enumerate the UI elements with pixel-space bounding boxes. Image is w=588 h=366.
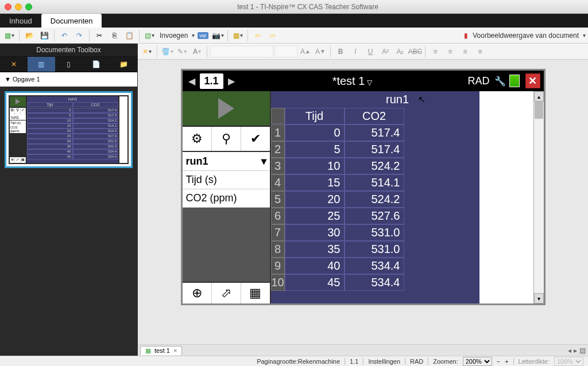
sidebar-tab-4[interactable]: 📄 bbox=[82, 57, 110, 72]
table-row[interactable]: 3 10 524.2 bbox=[271, 158, 479, 174]
table-row[interactable]: 8 35 531.0 bbox=[271, 241, 479, 258]
page-number-box[interactable]: 1.1 bbox=[200, 73, 223, 89]
cell-tijd[interactable]: 40 bbox=[285, 258, 345, 274]
cell-co2[interactable]: 524.2 bbox=[345, 158, 404, 174]
back-button[interactable]: ⇦ bbox=[251, 29, 265, 42]
minimize-window-button[interactable] bbox=[15, 3, 22, 10]
scroll-down-button[interactable]: ▾ bbox=[534, 293, 544, 303]
screenshot-button[interactable]: 📷▾ bbox=[211, 29, 225, 42]
tab-inhoud[interactable]: Inhoud bbox=[0, 14, 41, 28]
forward-button[interactable]: ⇨ bbox=[266, 29, 280, 42]
scroll-thumb[interactable] bbox=[535, 102, 543, 119]
page-layout-button[interactable]: ▤▾ bbox=[142, 29, 156, 42]
sidebar-tab-tools[interactable]: ✕ bbox=[0, 57, 28, 72]
tree-item-opgave[interactable]: ▼ Opgave 1 bbox=[2, 75, 135, 84]
paste-button[interactable]: 📋 bbox=[122, 29, 136, 42]
cell-co2[interactable]: 531.0 bbox=[345, 241, 404, 258]
line-color-button[interactable]: ✎▾ bbox=[175, 45, 189, 58]
save-button[interactable]: 💾 bbox=[37, 29, 51, 42]
table-row[interactable]: 6 25 527.6 bbox=[271, 208, 479, 224]
letter-select[interactable]: 100% bbox=[554, 357, 583, 366]
grid-button[interactable]: ▦▾ bbox=[231, 29, 245, 42]
page-thumbnail[interactable]: run1 TijdCO2 ⚙⚲✓ run1 Tijd (s) CO2 (ppm)… bbox=[5, 91, 133, 168]
font-family-input[interactable] bbox=[210, 46, 273, 57]
scroll-up-button[interactable]: ▴ bbox=[534, 91, 544, 102]
variable-tijd[interactable]: Tijd (s) bbox=[183, 171, 270, 189]
bold-button[interactable]: B bbox=[334, 45, 347, 58]
wrench-icon[interactable]: 🔧 bbox=[494, 76, 506, 87]
cell-co2[interactable]: 517.4 bbox=[345, 141, 404, 158]
cell-co2[interactable]: 514.1 bbox=[345, 174, 404, 191]
cell-tijd[interactable]: 20 bbox=[285, 191, 345, 208]
variable-co2[interactable]: CO2 (ppm) bbox=[183, 189, 270, 208]
cell-co2[interactable]: 524.2 bbox=[345, 191, 404, 208]
zoom-select[interactable]: 200% bbox=[463, 357, 492, 366]
table-row[interactable]: 2 5 517.4 bbox=[271, 141, 479, 158]
align-left-button[interactable]: ≡ bbox=[428, 45, 442, 58]
page-size-label[interactable]: Paginagrootte:Rekenmachine bbox=[257, 358, 340, 365]
table-row[interactable]: 5 20 524.2 bbox=[271, 191, 479, 208]
superscript-button[interactable]: A² bbox=[378, 45, 392, 58]
fill-color-button[interactable]: 🪣▾ bbox=[160, 45, 174, 58]
cut-button[interactable]: ✂ bbox=[92, 29, 106, 42]
cell-co2[interactable]: 527.6 bbox=[345, 208, 404, 224]
cell-tijd[interactable]: 5 bbox=[285, 141, 345, 158]
preview-dropdown[interactable]: Voorbeeldweergave van document bbox=[470, 32, 581, 40]
cell-tijd[interactable]: 15 bbox=[285, 174, 345, 191]
next-page-button[interactable]: ▶ bbox=[226, 75, 237, 87]
location-pin-icon[interactable]: ⚲ bbox=[212, 127, 241, 151]
align-right-button[interactable]: ≡ bbox=[458, 45, 472, 58]
check-icon[interactable]: ✔ bbox=[241, 127, 270, 151]
undo-button[interactable]: ↶ bbox=[57, 29, 71, 42]
table-row[interactable]: 9 40 534.4 bbox=[271, 258, 479, 274]
cell-tijd[interactable]: 10 bbox=[285, 158, 345, 174]
new-doc-button[interactable]: ▦▾ bbox=[2, 29, 16, 42]
table-row[interactable]: 1 0 517.4 bbox=[271, 124, 479, 141]
table-icon[interactable]: ▦ bbox=[241, 283, 270, 303]
table-row[interactable]: 10 45 534.4 bbox=[271, 274, 479, 291]
cell-tijd[interactable]: 35 bbox=[285, 241, 345, 258]
tools-menu-button[interactable]: ✕▾ bbox=[140, 45, 154, 58]
maximize-window-button[interactable] bbox=[25, 3, 32, 10]
strike-button[interactable]: ABC bbox=[408, 45, 422, 58]
play-button[interactable] bbox=[183, 91, 270, 127]
table-row[interactable]: 7 30 531.0 bbox=[271, 224, 479, 241]
copy-button[interactable]: ⎘ bbox=[107, 29, 121, 42]
tab-list-button[interactable]: ▤ bbox=[579, 346, 586, 355]
doc-tab-test1[interactable]: ▦ test 1 × bbox=[140, 346, 182, 355]
cell-co2[interactable]: 534.4 bbox=[345, 274, 404, 291]
cell-tijd[interactable]: 45 bbox=[285, 274, 345, 291]
subscript-button[interactable]: A₂ bbox=[393, 45, 407, 58]
vertical-scrollbar[interactable]: ▴ ▾ bbox=[533, 91, 544, 303]
decrease-font-button[interactable]: A▼ bbox=[314, 45, 327, 58]
calculator-doc-title[interactable]: *test 1▽ bbox=[239, 75, 466, 88]
redo-button[interactable]: ↷ bbox=[72, 29, 86, 42]
close-window-button[interactable] bbox=[5, 3, 11, 10]
cell-tijd[interactable]: 25 bbox=[285, 208, 345, 224]
tab-prev-button[interactable]: ◂ bbox=[568, 346, 571, 355]
open-button[interactable]: 📂 bbox=[22, 29, 36, 42]
align-center-button[interactable]: ≡ bbox=[443, 45, 457, 58]
cell-tijd[interactable]: 30 bbox=[285, 224, 345, 241]
cell-co2[interactable]: 517.4 bbox=[345, 124, 404, 141]
underline-button[interactable]: U bbox=[363, 45, 377, 58]
increase-font-button[interactable]: A▲ bbox=[299, 45, 312, 58]
variable-button[interactable]: var bbox=[196, 29, 210, 42]
column-header-tijd[interactable]: Tijd bbox=[285, 108, 345, 124]
prev-page-button[interactable]: ◀ bbox=[186, 75, 198, 87]
column-header-co2[interactable]: CO2 bbox=[345, 108, 404, 124]
sidebar-tab-pages[interactable]: ▥ bbox=[28, 57, 55, 72]
italic-button[interactable]: I bbox=[349, 45, 362, 58]
run-selector[interactable]: run1▾ bbox=[183, 152, 270, 171]
cell-tijd[interactable]: 0 bbox=[285, 124, 345, 141]
sidebar-tab-5[interactable]: 📁 bbox=[110, 57, 137, 72]
zoom-in-button[interactable]: + bbox=[505, 358, 508, 365]
close-icon[interactable]: ✕ bbox=[525, 73, 540, 88]
tab-next-button[interactable]: ▸ bbox=[574, 346, 577, 355]
align-justify-button[interactable]: ≡ bbox=[473, 45, 487, 58]
text-color-button[interactable]: A▾ bbox=[190, 45, 204, 58]
tab-documenten[interactable]: Documenten bbox=[41, 14, 102, 28]
font-size-input[interactable] bbox=[274, 46, 297, 57]
settings-gear-icon[interactable]: ⚙ bbox=[183, 127, 212, 151]
table-row[interactable]: 4 15 514.1 bbox=[271, 174, 479, 191]
